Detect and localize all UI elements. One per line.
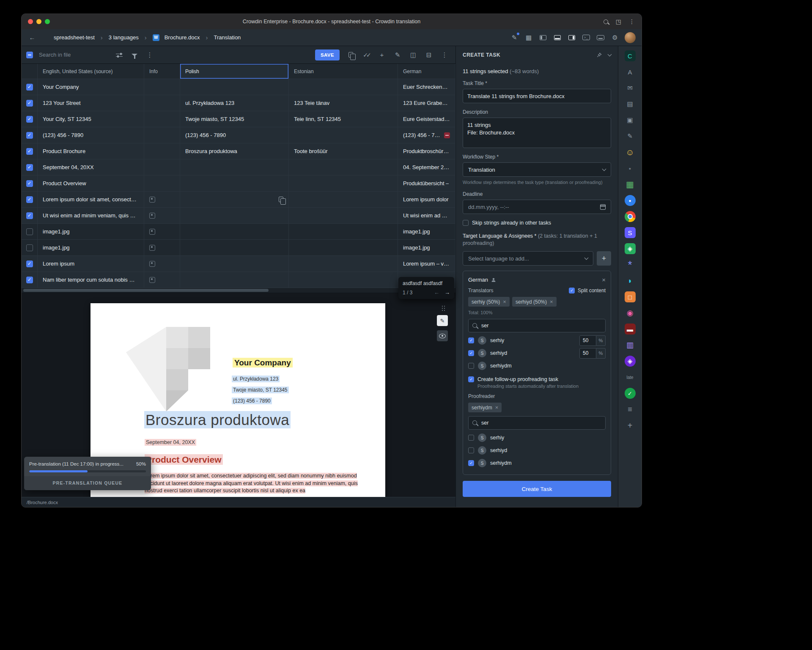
user-avatar[interactable] xyxy=(625,32,636,43)
source-cell[interactable]: Product Brochure xyxy=(38,143,144,159)
source-cell[interactable]: image1.jpg xyxy=(38,240,144,255)
zoom-window-button[interactable] xyxy=(45,19,50,24)
breadcrumb-step[interactable]: Translation xyxy=(214,34,241,41)
source-cell[interactable]: Lorem ipsum dolor sit amet, consectetu… xyxy=(38,192,144,207)
row-checkbox[interactable]: ✓ xyxy=(26,180,33,187)
window-titlebar[interactable]: Crowdin Enterprise - Brochure.docx - spr… xyxy=(22,14,642,29)
grid-view-icon[interactable]: ▦ xyxy=(524,33,533,42)
save-button[interactable]: SAVE xyxy=(315,49,340,60)
dock-green-app-icon[interactable]: ◈ xyxy=(625,243,636,254)
followup-row[interactable]: ✓ Create follow-up proofreading task xyxy=(468,376,606,382)
dock-camera-app-icon[interactable]: ● xyxy=(625,195,636,206)
source-cell[interactable]: Your City, ST 12345 xyxy=(38,111,144,127)
assignee-row[interactable]: ✓Sserhiy% xyxy=(468,334,606,347)
add-string-icon[interactable]: + xyxy=(377,50,387,60)
pin-icon[interactable] xyxy=(596,52,602,58)
browser-menu-icon[interactable]: ⋮ xyxy=(629,18,635,25)
table-row[interactable]: ✓Lorem ipsumLorem ipsum – verf xyxy=(22,256,455,272)
polish-cell[interactable]: Twoje miasto, ST 12345 xyxy=(180,111,289,127)
language-select[interactable]: Select language to add... xyxy=(463,251,593,266)
remove-tag-icon[interactable]: × xyxy=(495,404,499,411)
german-cell[interactable]: image1.jpg xyxy=(398,224,455,239)
assignee-row[interactable]: ✓Sserhiydm xyxy=(468,457,606,469)
polish-cell[interactable]: (123) 456 - 7890 xyxy=(180,127,289,143)
translator-search-input[interactable] xyxy=(468,319,606,332)
estonian-cell[interactable] xyxy=(289,240,398,255)
workflow-step-select[interactable]: Translation xyxy=(463,162,611,177)
estonian-cell[interactable] xyxy=(289,256,398,272)
row-select-cell[interactable]: ✓ xyxy=(22,159,38,175)
context-icon[interactable] xyxy=(149,277,155,283)
dock-eye-app-icon[interactable]: ◉ xyxy=(625,307,636,318)
dock-chrome-icon[interactable] xyxy=(625,211,636,222)
followup-checkbox[interactable]: ✓ xyxy=(468,376,474,382)
row-select-cell[interactable] xyxy=(22,240,38,255)
row-checkbox[interactable]: ✓ xyxy=(26,84,33,91)
german-cell[interactable]: Lorem ipsum dolor xyxy=(398,192,455,207)
filter-settings-icon[interactable] xyxy=(115,50,124,60)
polish-cell[interactable] xyxy=(180,256,289,272)
dock-draft-icon[interactable]: ✎ xyxy=(625,131,636,142)
table-row[interactable]: ✓Ut wisi enim ad minim veniam, quis …Ut … xyxy=(22,208,455,224)
german-cell[interactable]: 04. September 20X xyxy=(398,159,455,175)
filter-icon[interactable] xyxy=(130,50,139,60)
german-cell[interactable]: Euer Schreckensunt xyxy=(398,79,455,95)
table-row[interactable]: ✓123 Your Streetul. Przykładowa 123123 T… xyxy=(22,95,455,111)
header-german[interactable]: German xyxy=(398,64,455,79)
remove-tag-icon[interactable]: × xyxy=(503,299,506,305)
horizontal-scrollbar[interactable] xyxy=(22,288,455,293)
assignee-checkbox[interactable]: ✓ xyxy=(468,350,474,356)
assignee-row[interactable]: Sserhiydm xyxy=(468,359,606,372)
skip-strings-row[interactable]: Skip strings already in other tasks xyxy=(463,220,611,226)
row-checkbox[interactable]: ✓ xyxy=(26,132,33,139)
table-row[interactable]: image1.jpgimage1.jpg xyxy=(22,240,455,256)
dock-emoji-app-icon[interactable]: ☺ xyxy=(625,147,636,158)
dock-crowdin-icon[interactable]: C xyxy=(625,50,636,61)
panel-right-icon[interactable] xyxy=(567,33,576,42)
dock-box-app-icon[interactable]: □ xyxy=(625,291,636,302)
assignee-checkbox[interactable] xyxy=(468,363,474,369)
add-language-button[interactable]: + xyxy=(597,251,611,266)
dock-dot-icon[interactable]: • xyxy=(625,163,636,174)
polish-cell[interactable] xyxy=(180,192,289,207)
dock-add-app-icon[interactable]: + xyxy=(625,420,636,431)
dock-asterisk-app-icon[interactable]: * xyxy=(625,259,636,270)
dock-stripe-app-icon[interactable]: S xyxy=(625,227,636,238)
estonian-cell[interactable] xyxy=(289,272,398,288)
row-checkbox[interactable]: ✓ xyxy=(26,100,33,107)
estonian-cell[interactable] xyxy=(289,208,398,223)
polish-cell[interactable]: Broszura produktowa xyxy=(180,143,289,159)
breadcrumb-file[interactable]: Brochure.docx xyxy=(165,34,200,41)
zoom-icon[interactable] xyxy=(604,19,608,24)
assignee-checkbox[interactable] xyxy=(468,435,474,441)
table-row[interactable]: image1.jpgimage1.jpg xyxy=(22,224,455,240)
table-row[interactable]: ✓(123) 456 - 7890(123) 456 - 7890(123) 4… xyxy=(22,127,455,143)
row-select-cell[interactable]: ✓ xyxy=(22,192,38,207)
dock-notes-app-icon[interactable]: ≡ xyxy=(625,404,636,415)
assignee-checkbox[interactable] xyxy=(468,447,474,453)
split-rows-icon[interactable]: ⊟ xyxy=(424,50,433,60)
dock-purple-app-icon[interactable]: ◈ xyxy=(625,356,636,367)
next-match-icon[interactable]: → xyxy=(444,289,450,296)
approve-all-icon[interactable]: ✓✓ xyxy=(362,50,371,60)
edit-string-icon[interactable]: ✎ xyxy=(393,50,402,60)
back-button[interactable]: ← xyxy=(27,33,37,42)
estonian-cell[interactable]: 123 Teie tänav xyxy=(289,95,398,111)
source-cell[interactable]: September 04, 20XX xyxy=(38,159,144,175)
row-checkbox[interactable] xyxy=(26,244,33,251)
row-checkbox[interactable]: ✓ xyxy=(26,261,33,267)
remove-language-icon[interactable]: × xyxy=(602,276,606,283)
german-cell[interactable]: Eure Geisterstadt, B xyxy=(398,111,455,127)
polish-cell[interactable] xyxy=(180,79,289,95)
german-cell[interactable]: 123 Eure Grabesgas xyxy=(398,95,455,111)
panel-left-icon[interactable] xyxy=(538,33,548,42)
dock-comments-icon[interactable]: ✉ xyxy=(625,82,636,93)
row-select-cell[interactable]: ✓ xyxy=(22,208,38,223)
description-input[interactable]: 11 strings File: Brochure.docx xyxy=(463,118,611,148)
estonian-cell[interactable]: Teie linn, ST 12345 xyxy=(289,111,398,127)
source-cell[interactable]: Product Overview xyxy=(38,176,144,191)
dock-red-app-icon[interactable]: ▬ xyxy=(625,324,636,335)
extensions-icon[interactable]: ◳ xyxy=(616,18,621,25)
dock-board-app-icon[interactable]: ▥ xyxy=(625,340,636,351)
row-select-cell[interactable]: ✓ xyxy=(22,256,38,272)
